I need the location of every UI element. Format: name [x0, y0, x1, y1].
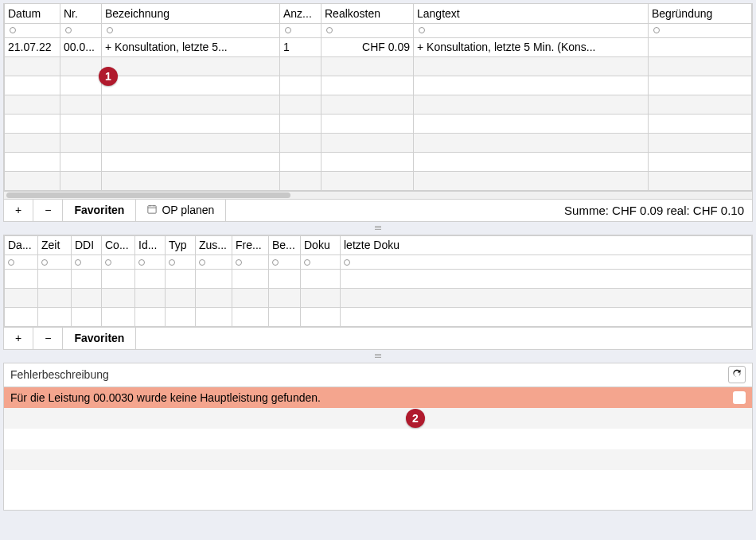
- table-row-empty: [5, 133, 752, 152]
- sort-fre[interactable]: [232, 254, 269, 269]
- plan-op-label: OP planen: [162, 204, 214, 216]
- error-title: Fehlerbeschreibung: [10, 368, 728, 381]
- col-header-zus[interactable]: Zus...: [196, 235, 232, 254]
- col-header-doku[interactable]: Doku: [301, 235, 341, 254]
- cell-langtext[interactable]: + Konsultation, letzte 5 Min. (Kons...: [414, 37, 649, 56]
- col-header-ddi[interactable]: DDI: [72, 235, 102, 254]
- col-header-datum[interactable]: Datum: [5, 4, 60, 23]
- doku-table[interactable]: Da... Zeit DDI Co... Id... Typ Zus... Fr…: [4, 235, 752, 327]
- table-row-empty: [5, 307, 752, 326]
- sort-zeit[interactable]: [38, 254, 72, 269]
- table-row-empty: [5, 95, 752, 114]
- sort-da[interactable]: [5, 254, 38, 269]
- sort-bezeichnung[interactable]: [102, 23, 280, 37]
- sort-realkosten[interactable]: [321, 23, 414, 37]
- remove-button[interactable]: −: [33, 328, 63, 349]
- cell-anz[interactable]: 1: [280, 37, 321, 56]
- col-header-id[interactable]: Id...: [135, 235, 166, 254]
- error-row-empty: [4, 429, 752, 449]
- add-button[interactable]: +: [4, 328, 33, 349]
- table-row-empty: [5, 56, 752, 76]
- error-row-empty: [4, 449, 752, 470]
- error-message: Für die Leistung 00.0030 wurde keine Hau…: [10, 391, 733, 404]
- col-header-realkosten[interactable]: Realkosten: [321, 4, 414, 23]
- sort-zus[interactable]: [196, 254, 232, 269]
- col-header-da[interactable]: Da...: [5, 235, 38, 254]
- error-row-empty: [4, 408, 752, 429]
- calendar-icon: [147, 204, 157, 216]
- col-header-fre[interactable]: Fre...: [232, 235, 269, 254]
- error-panel: Fehlerbeschreibung Für die Leistung 00.0…: [3, 363, 753, 511]
- col-header-bezeichnung[interactable]: Bezeichnung: [102, 4, 280, 23]
- refresh-icon: [732, 368, 742, 381]
- sort-datum[interactable]: [5, 23, 60, 37]
- doku-panel: Da... Zeit DDI Co... Id... Typ Zus... Fr…: [3, 235, 753, 350]
- table-row-empty: [5, 152, 752, 171]
- services-panel: Datum Nr. Bezeichnung Anz... Realkosten …: [3, 3, 753, 222]
- col-header-typ[interactable]: Typ: [166, 235, 196, 254]
- cell-datum[interactable]: 21.07.22: [5, 37, 60, 56]
- col-header-co[interactable]: Co...: [102, 235, 135, 254]
- cell-bezeichnung[interactable]: + Konsultation, letzte 5...: [102, 37, 280, 56]
- cell-realkosten[interactable]: CHF 0.09: [321, 37, 414, 56]
- sort-langtext[interactable]: [414, 23, 649, 37]
- services-toolbar: + − Favoriten OP planen Summe: CHF 0.09 …: [4, 199, 752, 221]
- col-header-langtext[interactable]: Langtext: [414, 4, 649, 23]
- error-header: Fehlerbeschreibung: [4, 363, 752, 387]
- table-header-row: Da... Zeit DDI Co... Id... Typ Zus... Fr…: [5, 235, 752, 254]
- sort-begruendung[interactable]: [649, 23, 752, 37]
- col-header-nr[interactable]: Nr.: [60, 4, 102, 23]
- favorites-button[interactable]: Favoriten: [63, 200, 136, 221]
- services-table[interactable]: Datum Nr. Bezeichnung Anz... Realkosten …: [4, 4, 752, 191]
- col-header-anz[interactable]: Anz...: [280, 4, 321, 23]
- table-header-row: Datum Nr. Bezeichnung Anz... Realkosten …: [5, 4, 752, 23]
- refresh-button[interactable]: [728, 366, 746, 383]
- sort-anz[interactable]: [280, 23, 321, 37]
- col-header-be[interactable]: Be...: [269, 235, 301, 254]
- svg-rect-0: [148, 205, 156, 212]
- doku-toolbar: + − Favoriten: [4, 327, 752, 349]
- plan-op-button[interactable]: OP planen: [136, 200, 226, 221]
- sort-typ[interactable]: [166, 254, 196, 269]
- sort-letzte-doku[interactable]: [341, 254, 752, 269]
- table-row[interactable]: 21.07.22 00.0... + Konsultation, letzte …: [5, 37, 752, 56]
- table-row-empty: [5, 269, 752, 288]
- sort-nr[interactable]: [60, 23, 102, 37]
- splitter-1[interactable]: [0, 224, 756, 232]
- favorites-button[interactable]: Favoriten: [63, 328, 136, 349]
- splitter-2[interactable]: [0, 352, 756, 360]
- table-row-empty: [5, 288, 752, 307]
- sort-be[interactable]: [269, 254, 301, 269]
- sort-ddi[interactable]: [72, 254, 102, 269]
- error-row-empty: [4, 470, 752, 491]
- col-header-letzte-doku[interactable]: letzte Doku: [341, 235, 752, 254]
- table-row-empty: [5, 114, 752, 133]
- add-button[interactable]: +: [4, 200, 33, 221]
- cell-nr[interactable]: 00.0...: [60, 37, 102, 56]
- table-row-empty: [5, 171, 752, 190]
- horizontal-scrollbar[interactable]: [4, 191, 752, 199]
- error-checkbox[interactable]: [733, 391, 746, 404]
- sort-id[interactable]: [135, 254, 166, 269]
- sort-row: [5, 254, 752, 269]
- col-header-zeit[interactable]: Zeit: [38, 235, 72, 254]
- col-header-begruendung[interactable]: Begründung: [649, 4, 752, 23]
- scroll-thumb[interactable]: [6, 192, 290, 198]
- sum-label: Summe: CHF 0.09 real: CHF 0.10: [556, 204, 752, 217]
- sort-doku[interactable]: [301, 254, 341, 269]
- sort-row: [5, 23, 752, 37]
- error-row[interactable]: Für die Leistung 00.0030 wurde keine Hau…: [4, 387, 752, 408]
- remove-button[interactable]: −: [33, 200, 63, 221]
- cell-begruendung[interactable]: [649, 37, 752, 56]
- table-row-empty: [5, 76, 752, 95]
- sort-co[interactable]: [102, 254, 135, 269]
